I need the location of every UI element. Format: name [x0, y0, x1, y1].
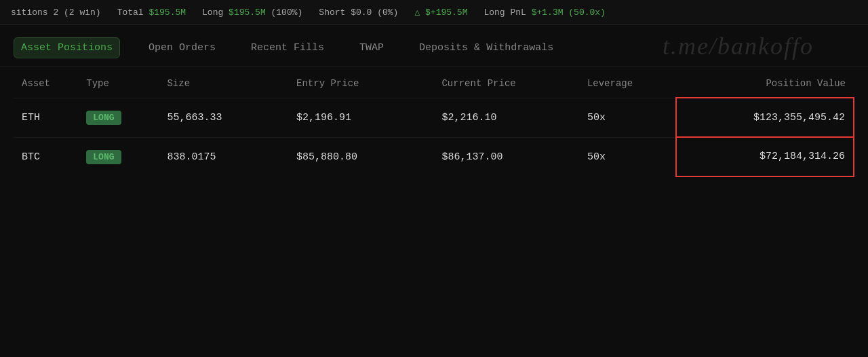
col-header-size: Size	[159, 67, 288, 98]
ticker-total: Total $195.5M	[117, 7, 186, 18]
ticker-positions: sitions 2 (2 win)	[11, 7, 101, 18]
cell-current-btc: $86,137.00	[433, 137, 578, 176]
ticker-delta: △ $+195.5M	[414, 7, 467, 18]
table-row: ETH LONG 55,663.33 $2,196.91 $2,216.10 5…	[14, 98, 854, 137]
ticker-long: Long $195.5M (100%)	[202, 7, 302, 18]
cell-current-eth: $2,216.10	[433, 98, 578, 137]
cell-asset-eth: ETH	[14, 98, 78, 137]
positions-table-container: Asset Type Size Entry Price Current Pric…	[0, 67, 868, 177]
cell-leverage-btc: 50x	[579, 137, 676, 176]
tab-open-orders[interactable]: Open Orders	[142, 38, 222, 58]
col-header-asset: Asset	[14, 67, 78, 98]
nav-tabs: Asset Positions Open Orders Recent Fills…	[0, 25, 868, 67]
col-header-current-price: Current Price	[433, 67, 578, 98]
col-header-leverage: Leverage	[579, 67, 676, 98]
tab-recent-fills[interactable]: Recent Fills	[244, 38, 331, 58]
cell-entry-btc: $85,880.80	[288, 137, 433, 176]
positions-table: Asset Type Size Entry Price Current Pric…	[14, 67, 854, 177]
cell-position-value-btc: $72,184,314.26	[676, 137, 854, 176]
watermark: t.me/bankoffo	[663, 32, 814, 60]
badge-long-btc: LONG	[86, 150, 121, 164]
cell-leverage-eth: 50x	[579, 98, 676, 137]
badge-long-eth: LONG	[86, 111, 121, 125]
tab-deposits-withdrawals[interactable]: Deposits & Withdrawals	[412, 38, 560, 58]
cell-asset-btc: BTC	[14, 137, 78, 176]
cell-type-eth: LONG	[78, 98, 159, 137]
tab-twap[interactable]: TWAP	[353, 38, 391, 58]
col-header-type: Type	[78, 67, 159, 98]
cell-size-btc: 838.0175	[159, 137, 288, 176]
col-header-entry-price: Entry Price	[288, 67, 433, 98]
cell-type-btc: LONG	[78, 137, 159, 176]
ticker-bar: sitions 2 (2 win) Total $195.5M Long $19…	[0, 0, 868, 25]
cell-size-eth: 55,663.33	[159, 98, 288, 137]
ticker-short: Short $0.0 (0%)	[319, 7, 398, 18]
ticker-pnl: Long PnL $+1.3M (50.0x)	[484, 7, 605, 18]
table-row: BTC LONG 838.0175 $85,880.80 $86,137.00 …	[14, 137, 854, 176]
table-header-row: Asset Type Size Entry Price Current Pric…	[14, 67, 854, 98]
col-header-position-value: Position Value	[676, 67, 854, 98]
cell-position-value-eth: $123,355,495.42	[676, 98, 854, 137]
cell-entry-eth: $2,196.91	[288, 98, 433, 137]
tab-asset-positions[interactable]: Asset Positions	[14, 37, 120, 58]
